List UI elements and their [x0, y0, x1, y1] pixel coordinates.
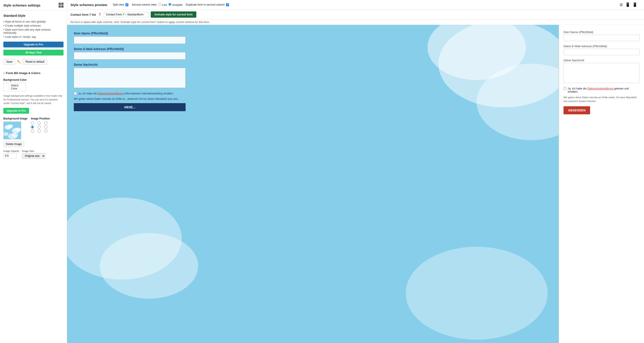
left-checkbox-text: Ja, ich habe die Datenschutzerklärung In… [78, 92, 174, 95]
left-field1-label: Dein Name (Pflichtfeld) [74, 32, 186, 35]
svg-point-14 [406, 247, 548, 340]
left-datenschutz-link[interactable]: Datenschutzerklärung [98, 92, 124, 95]
right-header: Style schemes preview Split view Second … [67, 0, 644, 10]
color-swatch [4, 84, 9, 90]
size-section: Image Size Original size Cover Contain S… [22, 150, 46, 159]
right-field2-input[interactable] [564, 49, 640, 55]
svg-point-13 [100, 233, 198, 299]
left-panel: Style schemes settings Standard-Style St… [0, 0, 67, 343]
top-right-icons: 🖥 📱 📱 [616, 2, 641, 7]
left-field3-group: Deine Nachricht [74, 63, 186, 89]
pos-radio-mc[interactable] [38, 126, 41, 129]
save-button[interactable]: Save [3, 59, 15, 65]
nav-section: ‹ Form BG Image & Colors Background Colo… [3, 68, 64, 159]
cloud-pattern [4, 122, 21, 139]
bg-image-section: Background Image [3, 117, 28, 139]
left-panel-header: Style schemes settings [0, 0, 67, 11]
left-field2-group: Deine E-Mail-Adresse (Pflichtfeld) [74, 47, 186, 60]
left-field3-textarea[interactable] [74, 68, 186, 88]
form-row: Contact form 7 list ❓ Contact Form 7 – S… [67, 10, 644, 20]
pos-radio-tr[interactable] [44, 122, 48, 125]
image-position-section: Image Position [31, 117, 50, 139]
split-view-checkbox[interactable] [126, 3, 128, 6]
opacity-input[interactable]: 0,5 [3, 153, 17, 158]
image-position-grid [31, 122, 50, 133]
right-checkbox[interactable] [564, 87, 566, 90]
right-field1-input[interactable] [564, 35, 640, 41]
help-icon: ❓ [98, 13, 102, 16]
upgrade-pro-button[interactable]: Upgrade to Pro [3, 108, 29, 114]
unstyled-preview: Dein Name (Pflichtfeld) Deine E-Mail-Adr… [559, 25, 644, 343]
left-field3-label: Deine Nachricht [74, 63, 186, 67]
left-field1-group: Dein Name (Pflichtfeld) [74, 32, 186, 44]
right-submit-button[interactable]: ABSENDEN [564, 106, 590, 114]
right-field3-textarea[interactable] [564, 63, 640, 83]
left-submit-button[interactable]: ABSE... [74, 103, 186, 111]
svg-point-7 [12, 133, 18, 137]
right-field1-label: Dein Name (Pflichtfeld) [564, 31, 640, 34]
unstyled-radio[interactable] [168, 3, 171, 6]
trial-button[interactable]: 30-days Trial [3, 50, 64, 56]
bg-image-label: Background Image [3, 117, 28, 120]
right-info-text: Wir geben deine Daten niemals an Dritte … [564, 96, 640, 103]
form-row-label: Contact form 7 list [70, 13, 96, 16]
select-color-button[interactable]: Select Color [3, 83, 26, 91]
pos-radio-br[interactable] [44, 130, 48, 133]
left-info-text: Wir geben deine Daten niemals an Dritte … [74, 97, 186, 101]
feature-item: Create multiple style schemes [3, 24, 64, 28]
split-view-row: Split view [113, 3, 128, 6]
monitor-icon[interactable]: 🖥 [619, 3, 623, 7]
right-checkbox-row: Ja, ich habe die Datenschutzerklärung ge… [564, 87, 640, 93]
feature-item: Style each form with any style scheme in… [3, 28, 64, 35]
left-panel-content: Standard-Style Style all forms in one cl… [0, 11, 67, 343]
bg-color-label: Background Color [3, 78, 64, 82]
bg-image-preview [3, 122, 21, 139]
pos-radio-bl[interactable] [31, 130, 34, 133]
left-checkbox[interactable] [74, 92, 77, 95]
info-notice: No form is styled with style scheme, cli… [67, 20, 644, 25]
left-checkbox-row: Ja, ich habe die Datenschutzerklärung In… [74, 92, 186, 95]
mobile-icon[interactable]: 📱 [632, 2, 637, 7]
duplicate-row: Duplicate form in second column [186, 3, 229, 6]
duplicate-label: Duplicate form in second column [186, 3, 225, 6]
nav-back-button[interactable]: ‹ Form BG Image & Colors [3, 71, 64, 75]
pos-radio-tl[interactable] [31, 122, 34, 125]
pos-radio-ml[interactable] [31, 126, 34, 129]
reset-button[interactable]: Reset to default [22, 59, 47, 65]
select-color-text[interactable]: Select Color [9, 83, 26, 91]
right-field2-group: Deine E-Mail-Adresse (Pflichtfeld) [564, 45, 640, 59]
right-datenschutz-link[interactable]: Datenschutzerklärung [587, 87, 613, 90]
form-select-input[interactable]: Contact Form 7 – Standardform [104, 12, 148, 17]
left-field1-input[interactable] [74, 37, 186, 44]
pos-radio-mr[interactable] [44, 126, 48, 129]
pos-radio-tc[interactable] [38, 122, 41, 125]
nav-back-label: Form BG Image & Colors [6, 71, 40, 75]
second-column-row: Second column view: Live Unstyled [132, 3, 182, 7]
svg-point-4 [15, 128, 21, 132]
upgrade-to-pro-button[interactable]: Upgrade to Pro [3, 42, 64, 48]
grid-icon[interactable] [58, 3, 64, 8]
live-radio[interactable] [158, 3, 161, 6]
preview-area: Dein Name (Pflichtfeld) Deine E-Mail-Adr… [67, 25, 644, 343]
size-select[interactable]: Original size Cover Contain Stretch [22, 153, 46, 159]
pos-radio-bc[interactable] [38, 130, 41, 133]
section-title: Standard-Style [3, 14, 64, 18]
arrow-left-icon: ‹ [3, 71, 4, 75]
right-field1-group: Dein Name (Pflichtfeld) [564, 31, 640, 45]
left-field2-label: Deine E-Mail-Adresse (Pflichtfeld) [74, 47, 186, 51]
left-panel-title: Style schemes settings [3, 3, 40, 7]
save-reset-row: Save ✏️ Reset to default [3, 59, 64, 65]
left-field2-input[interactable] [74, 52, 186, 60]
activate-style-button[interactable]: Activate style for current form [151, 12, 196, 18]
pencil-icon: ✏️ [17, 60, 21, 64]
image-position-label: Image Position [31, 117, 50, 120]
right-field3-group: Deine Nachricht [564, 59, 640, 87]
size-label: Image Size [22, 150, 46, 152]
right-panel: Style schemes preview Split view Second … [67, 0, 644, 343]
delete-image-button[interactable]: Delete Image [3, 141, 24, 147]
right-field2-label: Deine E-Mail-Adresse (Pflichtfeld) [564, 45, 640, 48]
duplicate-checkbox[interactable] [226, 3, 229, 6]
tablet-icon[interactable]: 📱 [625, 2, 630, 7]
feature-item: Style all forms in one click globally [3, 20, 64, 24]
info-text: Image background settings available in l… [3, 94, 64, 105]
